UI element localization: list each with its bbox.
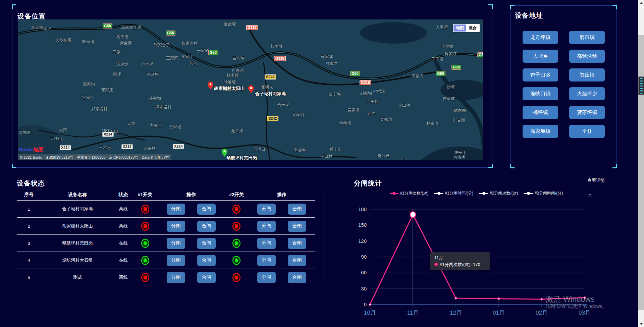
close-switch2-button[interactable]: 合闸 [288, 272, 306, 283]
map-place-label: 鸡公岩 [377, 153, 389, 159]
map-place-label: 林家湾 [426, 121, 438, 126]
close-switch2-button[interactable]: 合闸 [288, 204, 306, 215]
address-button-9[interactable]: 贺家坪镇 [569, 106, 605, 119]
map-place-label: 腾坪 [113, 71, 121, 77]
address-button-1[interactable]: 磨市镇 [569, 31, 605, 44]
close-switch2-button[interactable]: 合闸 [288, 255, 306, 266]
map-place-label: 胡家湾 [82, 39, 94, 45]
switch1-indicator [141, 239, 149, 248]
scrollbar-down-arrow[interactable] [638, 321, 644, 327]
svg-text:12月: 12月 [450, 310, 462, 316]
open-switch1-button[interactable]: 分闸 [167, 221, 185, 232]
map-place-label: 柳树沟 [339, 120, 351, 126]
scrollbar-up-arrow[interactable] [638, 0, 644, 6]
close-switch2-button[interactable]: 合闸 [288, 221, 306, 232]
map-place-label: 阴坡咀 [18, 130, 31, 135]
address-button-8[interactable]: 榔坪镇 [523, 106, 558, 119]
open-switch1-button[interactable]: 分闸 [167, 238, 185, 249]
map-place-label: 龙舟坪 [231, 128, 243, 134]
close-switch1-button[interactable]: 合闸 [197, 204, 216, 215]
legend-item-3[interactable]: #2分闸时间/(分) [524, 190, 563, 196]
address-button-6[interactable]: 渔峡口镇 [523, 87, 558, 100]
switch2-indicator [232, 273, 240, 282]
open-switch2-button[interactable]: 分闸 [257, 221, 276, 232]
address-button-0[interactable]: 龙舟坪镇 [523, 31, 558, 44]
cell-status: 离线 [114, 206, 132, 212]
address-button-5[interactable]: 资丘镇 [569, 68, 605, 81]
open-switch1-button[interactable]: 分闸 [167, 204, 185, 215]
map-place-label: 杨树坳 [261, 84, 273, 90]
svg-text:60: 60 [361, 270, 367, 275]
map-type-map-button[interactable]: 地图 [453, 24, 466, 32]
map-place-label: 官家冲 [82, 95, 94, 101]
header-ops2: 操作 [248, 192, 315, 198]
baidu-map[interactable]: 笔架槽洞坪天鹅抱蛋胡家湾高家堰互通金盆垭梅子溪紫金寨二墩流沙坡沁水坝张家台子彭家… [18, 19, 483, 160]
map-place-label: 吴家坳 [347, 107, 360, 113]
map-place-label: 邓家庄 [101, 87, 113, 93]
open-switch2-button[interactable]: 分闸 [257, 238, 276, 249]
switch1-indicator [141, 205, 149, 214]
close-switch1-button[interactable]: 合闸 [197, 238, 216, 249]
road-badge: G318 [246, 25, 258, 30]
map-place-label: 彭家河村 [181, 41, 198, 46]
map-place-label: 大湾 [59, 127, 67, 133]
map-place-label: 渡家沟 [83, 81, 95, 87]
address-button-3[interactable]: 都镇湾镇 [569, 50, 605, 63]
dashboard-page: 设备位置 笔架槽洞坪天鹅抱蛋胡家湾高家堰互通金盆垭梅子溪紫金寨二墩流沙坡沁水坝张… [0, 0, 644, 327]
map-place-label: 刘家坳 [360, 91, 372, 96]
road-badge: G50 [477, 52, 483, 57]
cell-status: 离线 [114, 274, 132, 280]
corner-bracket [510, 5, 515, 9]
svg-text:0: 0 [364, 302, 367, 307]
road-badge: G50 [166, 31, 175, 36]
map-place-label: 火田冲 [398, 103, 410, 108]
view-detail-link[interactable]: 查看详情 [587, 177, 605, 183]
close-switch2-button[interactable]: 合闸 [288, 238, 306, 249]
close-switch1-button[interactable]: 合闸 [197, 221, 216, 232]
legend-marker [434, 192, 443, 195]
header-switch2: #2开关 [225, 192, 248, 198]
map-place-label: 吴家湾 [380, 117, 392, 122]
legend-item-1[interactable]: #1分闸时间/(分) [434, 190, 473, 196]
close-switch1-button[interactable]: 合闸 [197, 255, 216, 266]
open-switch1-button[interactable]: 分闸 [167, 255, 185, 266]
windows-activation-watermark-sub: 转到“设置”以激活 Windows。 [546, 304, 607, 310]
address-button-10[interactable]: 高家堰镇 [523, 125, 558, 138]
open-switch2-button[interactable]: 分闸 [257, 272, 276, 283]
address-button-4[interactable]: 鸭子口乡 [523, 68, 558, 81]
open-switch2-button[interactable]: 分闸 [257, 255, 276, 266]
map-pin-red[interactable] [248, 85, 254, 93]
switch2-indicator [232, 222, 240, 231]
cell-no: 2 [17, 224, 41, 229]
address-button-2[interactable]: 大堰乡 [523, 50, 558, 63]
map-place-label: 紫金寨 [120, 40, 132, 46]
open-switch2-button[interactable]: 分闸 [257, 204, 276, 215]
svg-text:03月: 03月 [579, 310, 591, 316]
cell-name: 合子坳村习家坳 [41, 206, 114, 212]
svg-text:90: 90 [361, 254, 367, 260]
road-badge: G318 [360, 80, 371, 85]
chart-legend: #1分闸次数/(次) #1分闸时间/(分) #2分闸次数/(次) #2分闸时间/… [369, 190, 584, 196]
map-place-label: 人手湾 [436, 24, 448, 30]
map-place-label: 南山公园 [275, 160, 291, 160]
map-type-hybrid-button[interactable]: 混合 [466, 24, 479, 32]
corner-bracket [12, 4, 16, 9]
map-pin-red[interactable] [208, 81, 213, 90]
map-pin-label: 合子坳村习家坳 [255, 91, 286, 97]
corner-bracket [488, 4, 493, 9]
close-switch1-button[interactable]: 合闸 [197, 272, 216, 283]
legend-item-2[interactable]: #2分闸次数/(次) [479, 190, 518, 196]
address-button-11[interactable]: 全县 [569, 125, 605, 138]
road-badge: G50 [103, 23, 112, 29]
map-place-label: 孙家坳 [149, 96, 161, 101]
legend-item-0[interactable]: #1分闸次数/(次) [390, 190, 429, 196]
open-switch1-button[interactable]: 分闸 [167, 272, 185, 283]
map-place-label: 沙湾 [447, 84, 455, 90]
road-badge: G318 [274, 56, 286, 61]
header-no: 序号 [17, 192, 41, 198]
download-icon[interactable] [587, 192, 593, 197]
map-place-label: 何家溪 [321, 54, 333, 60]
map-place-label: 东包 [189, 61, 197, 66]
map-place-label: 路家坪 [445, 51, 457, 57]
address-button-7[interactable]: 火烧坪乡 [569, 87, 605, 100]
